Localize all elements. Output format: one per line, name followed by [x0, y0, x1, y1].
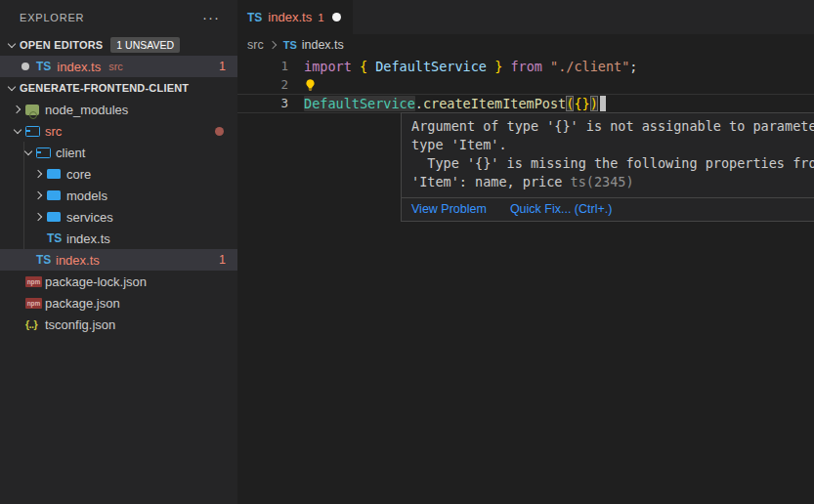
code-token: "./client": [550, 59, 629, 74]
chevron-down-icon: [10, 129, 25, 133]
code-token: [352, 59, 360, 74]
tree-item-label: package.json: [45, 296, 120, 311]
code-token: ;: [629, 59, 637, 74]
code-token: }: [494, 59, 502, 74]
line-number: 1: [237, 59, 304, 73]
code-token: .: [415, 96, 423, 111]
tree-item-label: client: [56, 146, 85, 160]
code-token: import: [304, 59, 352, 74]
npm-icon: npm: [25, 300, 45, 307]
typescript-icon: TS: [47, 231, 66, 245]
code-token: ): [590, 96, 598, 111]
open-editors-label: OPEN EDITORS: [20, 39, 103, 51]
chevron-down-icon: [4, 86, 20, 90]
tree-item-label: package-lock.json: [45, 274, 147, 289]
error-tooltip: Argument of type '{}' is not assignable …: [401, 112, 814, 222]
quick-fix-link[interactable]: Quick Fix... (Ctrl+.): [510, 202, 613, 216]
error-count-badge: 1: [219, 60, 237, 73]
view-problem-link[interactable]: View Problem: [411, 202, 487, 216]
line-number: 3: [237, 96, 304, 110]
unsaved-dot-icon[interactable]: [332, 13, 341, 21]
code-line-1[interactable]: 1import { DefaultService } from "./clien…: [237, 57, 814, 75]
tree-item-label: tsconfig.json: [45, 317, 115, 332]
chevron-right-icon: [31, 214, 47, 220]
open-folder-icon: [25, 126, 45, 137]
chevron-right-icon: [266, 42, 281, 48]
open-editors-header[interactable]: OPEN EDITORS 1 UNSAVED: [0, 34, 237, 56]
typescript-icon: TS: [36, 253, 56, 267]
code-token: createItemItemPost: [423, 96, 566, 111]
tree-item-package-lock.json[interactable]: npmpackage-lock.json: [0, 271, 237, 292]
error-message: Argument of type '{}' is not assignable …: [402, 113, 814, 197]
error-message-line: type 'Item'.: [411, 136, 814, 154]
code-token: [487, 59, 494, 74]
tree-item-src[interactable]: src: [0, 120, 237, 142]
tree-item-tsconfig.json[interactable]: {..}tsconfig.json: [0, 314, 237, 335]
code-line-2[interactable]: 2: [237, 75, 814, 94]
open-editor-path: src: [108, 61, 123, 72]
sidebar-header: EXPLORER ···: [0, 0, 237, 34]
project-name: GENERATE-FRONTEND-CLIENT: [20, 82, 189, 94]
tree-item-client[interactable]: client: [0, 142, 237, 163]
code-editor[interactable]: 1import { DefaultService } from "./clien…: [237, 56, 814, 504]
modified-dot-icon: [21, 63, 29, 70]
chevron-down-icon: [4, 43, 20, 47]
breadcrumb-folder[interactable]: src: [247, 38, 264, 52]
code-token: [367, 59, 375, 74]
npm-icon-text: npm: [25, 300, 42, 307]
explorer-sidebar: EXPLORER ··· OPEN EDITORS 1 UNSAVED TS i…: [0, 0, 237, 504]
code-token: DefaultService: [304, 96, 415, 111]
code-token: from: [510, 59, 542, 74]
unsaved-badge: 1 UNSAVED: [110, 37, 180, 53]
code-token: [502, 59, 510, 74]
code-line-3[interactable]: 3DefaultService.createItemItemPost({}): [237, 94, 814, 112]
modified-folder-dot-icon: [215, 127, 224, 136]
chevron-right-icon: [31, 192, 47, 198]
code-token: {: [360, 59, 367, 74]
project-section-header[interactable]: GENERATE-FRONTEND-CLIENT: [0, 77, 237, 99]
tab-bar: TS index.ts 1: [237, 0, 814, 34]
tab-error-count: 1: [318, 12, 323, 23]
more-actions-icon[interactable]: ···: [202, 13, 220, 22]
typescript-icon: TS: [283, 39, 297, 51]
tree-item-label: services: [66, 210, 113, 225]
text-cursor: [600, 96, 606, 111]
tree-item-package.json[interactable]: npmpackage.json: [0, 292, 237, 314]
tree-item-label: node_modules: [45, 103, 128, 117]
vscode-window: EXPLORER ··· OPEN EDITORS 1 UNSAVED TS i…: [0, 0, 814, 504]
chevron-right-icon: [10, 106, 25, 112]
open-editor-filename: index.ts: [57, 60, 101, 74]
tree-item-index.ts[interactable]: TSindex.ts1: [0, 249, 237, 271]
breadcrumb-file[interactable]: index.ts: [302, 38, 344, 52]
json-braces-icon: {..}: [25, 318, 45, 330]
tree-item-models[interactable]: models: [0, 185, 237, 206]
error-message-line: 'Item': name, price ts(2345): [411, 173, 814, 191]
code-token: (: [566, 96, 574, 111]
tree-item-node_modules[interactable]: node_modules: [0, 99, 237, 120]
typescript-icon: TS: [36, 60, 51, 73]
editor-group: TS index.ts 1 src TS index.ts 1import { …: [237, 0, 814, 504]
explorer-title: EXPLORER: [20, 12, 84, 23]
tree-item-label: src: [45, 124, 62, 139]
code-token: DefaultService: [375, 59, 487, 74]
npm-icon-text: npm: [25, 278, 42, 285]
error-count-badge: 1: [219, 253, 237, 267]
folder-icon: [47, 169, 66, 179]
tree-item-services[interactable]: services: [0, 206, 237, 228]
open-editor-item-index-ts[interactable]: TS index.ts src 1: [0, 56, 237, 77]
tree-item-label: models: [66, 189, 107, 203]
chevron-down-icon: [21, 150, 36, 154]
line-number: 2: [237, 77, 304, 92]
typescript-icon: TS: [247, 11, 262, 24]
tab-index-ts[interactable]: TS index.ts 1: [237, 0, 353, 34]
lightbulb-icon[interactable]: [304, 77, 318, 92]
breadcrumb: src TS index.ts: [237, 34, 814, 56]
node-modules-folder-icon: [25, 105, 45, 115]
code-token: [542, 59, 550, 74]
file-tree: node_modulessrcclientcoremodelsservicesT…: [0, 99, 237, 335]
open-folder-icon: [36, 147, 56, 158]
error-message-line: Argument of type '{}' is not assignable …: [411, 117, 814, 136]
tree-item-index.ts[interactable]: TSindex.ts: [0, 228, 237, 249]
tree-item-core[interactable]: core: [0, 163, 237, 185]
tab-label: index.ts: [268, 10, 312, 24]
